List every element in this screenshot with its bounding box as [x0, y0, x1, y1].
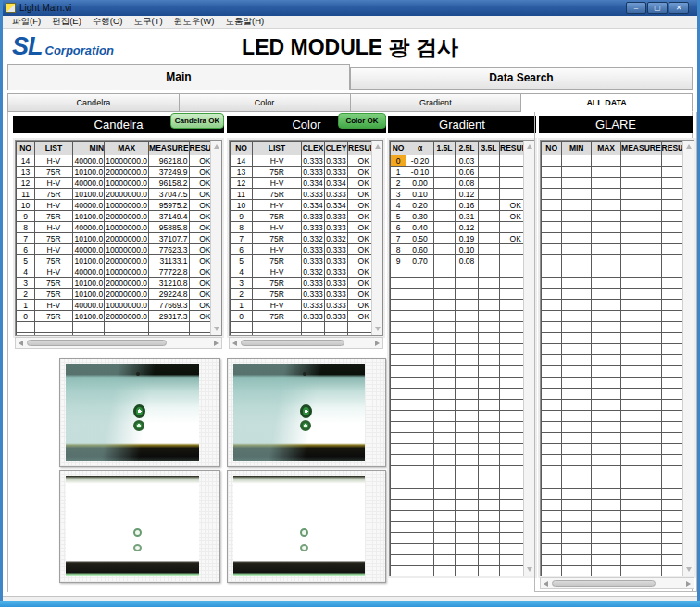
color-ok-button[interactable]: Color OK	[338, 113, 386, 129]
cell[interactable]	[434, 389, 456, 400]
cell[interactable]	[456, 322, 479, 333]
cell[interactable]	[35, 322, 73, 333]
cell[interactable]	[592, 344, 621, 355]
cell[interactable]: 12	[17, 178, 35, 189]
cell[interactable]	[302, 333, 325, 337]
cell[interactable]	[456, 300, 479, 311]
cell[interactable]: 12	[231, 178, 253, 189]
cell[interactable]	[391, 466, 406, 477]
cell[interactable]: 0.333	[302, 222, 325, 233]
minimize-button[interactable]: –	[626, 2, 646, 14]
cell[interactable]: 10100.0	[72, 289, 104, 300]
cell[interactable]: 0.10	[406, 189, 434, 200]
cell[interactable]: H-V	[35, 200, 73, 211]
cell[interactable]	[406, 300, 434, 311]
cell[interactable]: 1	[231, 300, 253, 311]
cell[interactable]	[479, 555, 500, 566]
cell[interactable]: 11	[17, 189, 35, 200]
cell[interactable]	[562, 311, 592, 322]
cell[interactable]: 4	[231, 266, 253, 278]
cell[interactable]: 10000000.0	[105, 155, 149, 167]
cell[interactable]	[479, 178, 500, 189]
cell[interactable]	[456, 544, 479, 555]
cell[interactable]	[621, 344, 662, 355]
scroll-down-icon[interactable]	[527, 567, 532, 572]
cell[interactable]	[479, 500, 500, 511]
cell[interactable]: 75R	[35, 233, 73, 244]
cell[interactable]	[406, 311, 434, 322]
cell[interactable]	[542, 422, 562, 433]
cell[interactable]	[456, 378, 479, 389]
cell[interactable]	[406, 500, 434, 511]
cell[interactable]	[434, 411, 456, 422]
cell[interactable]	[621, 355, 662, 366]
cell[interactable]	[592, 400, 621, 411]
cell[interactable]: 0.334	[302, 178, 325, 189]
cell[interactable]: 6	[391, 222, 406, 233]
cell[interactable]: 10000000.0	[105, 244, 149, 255]
cell[interactable]: 31133.1	[149, 255, 190, 266]
cell[interactable]	[406, 544, 434, 555]
scroll-left-icon[interactable]	[19, 341, 23, 346]
scrollbar-thumb[interactable]	[27, 340, 167, 346]
cell[interactable]	[479, 444, 500, 455]
cell[interactable]	[406, 511, 434, 522]
cell[interactable]: 40000.0	[72, 300, 104, 311]
cell[interactable]	[542, 466, 562, 477]
cell[interactable]: 77722.8	[149, 266, 190, 278]
cell[interactable]: 4	[391, 200, 406, 211]
scroll-up-icon[interactable]	[527, 144, 532, 149]
cell[interactable]: H-V	[35, 178, 73, 189]
cell[interactable]	[542, 155, 562, 167]
cell[interactable]	[542, 389, 562, 400]
cell[interactable]	[479, 333, 500, 344]
cell[interactable]	[562, 477, 592, 489]
cell[interactable]: 77669.3	[149, 300, 190, 311]
cell[interactable]: 0.333	[325, 255, 348, 266]
cell[interactable]	[406, 455, 434, 466]
scroll-right-icon[interactable]	[686, 581, 691, 587]
cell[interactable]: 13	[17, 167, 35, 178]
scroll-down-icon[interactable]	[686, 567, 692, 572]
cell[interactable]: 0.333	[325, 189, 348, 200]
cell[interactable]	[391, 289, 406, 300]
cell[interactable]	[479, 167, 500, 178]
cell[interactable]	[562, 500, 592, 511]
cell[interactable]: 7	[391, 233, 406, 244]
cell[interactable]	[391, 344, 406, 355]
cell[interactable]	[479, 300, 500, 311]
cell[interactable]	[406, 444, 434, 455]
cell[interactable]: H-V	[253, 200, 302, 211]
cell[interactable]: 20000000.0	[105, 289, 149, 300]
cell[interactable]	[434, 466, 456, 477]
cell[interactable]	[542, 311, 562, 322]
cell[interactable]	[434, 455, 456, 466]
cell[interactable]: 0.19	[456, 233, 479, 244]
cell[interactable]: 40000.0	[72, 200, 104, 211]
cell[interactable]: 0.08	[456, 255, 479, 266]
cell[interactable]: 37107.7	[149, 233, 190, 244]
cell[interactable]	[592, 477, 621, 489]
cell[interactable]	[456, 489, 479, 500]
cell[interactable]: 14	[17, 155, 35, 167]
cell[interactable]	[434, 266, 456, 278]
cell[interactable]: 2	[231, 289, 253, 300]
cell[interactable]	[406, 522, 434, 533]
cell[interactable]	[72, 333, 104, 337]
tab-main[interactable]: Main	[7, 64, 350, 90]
cell[interactable]	[562, 211, 592, 222]
cell[interactable]: 10000000.0	[105, 200, 149, 211]
cell[interactable]: 10	[17, 200, 35, 211]
cell[interactable]: 20000000.0	[105, 189, 149, 200]
cell[interactable]	[434, 178, 456, 189]
cell[interactable]: 75R	[253, 167, 302, 178]
close-button[interactable]: ✕	[669, 2, 689, 14]
cell[interactable]: 5	[231, 255, 253, 266]
cell[interactable]: 0.333	[302, 311, 325, 322]
menu-item-help[interactable]: 도움말(H)	[219, 16, 269, 28]
cell[interactable]	[621, 433, 662, 444]
cell[interactable]	[17, 322, 35, 333]
cell[interactable]	[592, 533, 621, 544]
cell[interactable]	[542, 378, 562, 389]
cell[interactable]	[621, 455, 662, 466]
